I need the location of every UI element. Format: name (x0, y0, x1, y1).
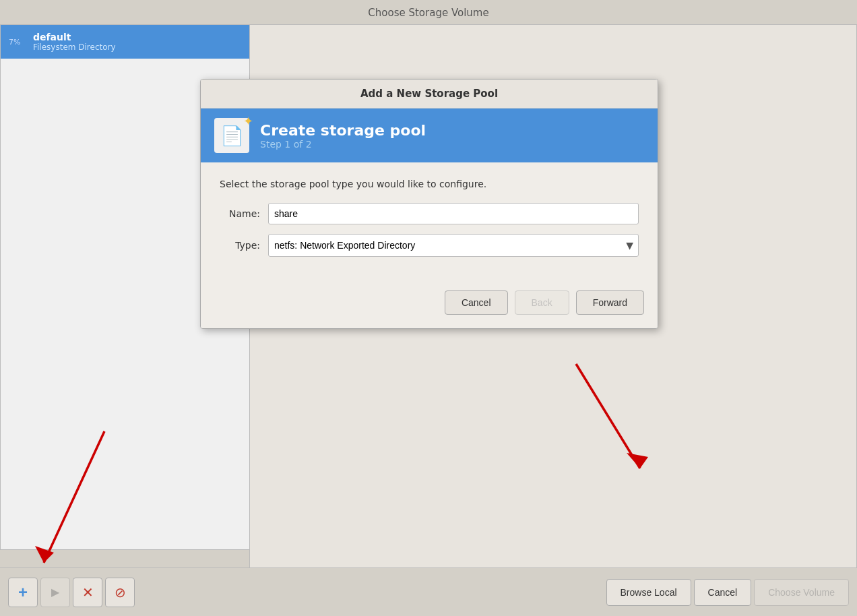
delete-pool-button[interactable]: ✕ (73, 578, 102, 607)
bottom-toolbar: + ▶ ✕ ⊘ Browse Local Cancel Choose Volum… (0, 567, 857, 616)
dialog-header: 📄 ✦ Create storage pool Step 1 of 2 (201, 109, 658, 162)
cancel-button[interactable]: Cancel (445, 290, 508, 315)
add-pool-button[interactable]: + (8, 578, 38, 607)
right-area: Add a New Storage Pool 📄 ✦ Create storag… (249, 24, 857, 611)
main-area: 7% default Filesystem Directory Add a Ne… (0, 24, 857, 611)
type-row: Type: dir: Filesystem Directory disk: Ph… (220, 234, 639, 257)
dialog-header-icon: 📄 ✦ (214, 118, 249, 153)
usage-percent: 7% (9, 38, 26, 47)
dialog-footer: Cancel Back Forward (201, 280, 658, 328)
star-icon: ✦ (243, 114, 253, 128)
stop-pool-button[interactable]: ⊘ (105, 578, 135, 607)
forward-button[interactable]: Forward (576, 290, 644, 315)
sidebar-item-type: Filesystem Directory (33, 42, 116, 52)
bottom-cancel-button[interactable]: Cancel (694, 579, 752, 606)
add-storage-pool-dialog: Add a New Storage Pool 📄 ✦ Create storag… (200, 79, 658, 329)
start-pool-button[interactable]: ▶ (40, 578, 70, 607)
dialog-body: Select the storage pool type you would l… (201, 162, 658, 280)
browse-local-button[interactable]: Browse Local (606, 579, 691, 606)
sidebar-item-default[interactable]: 7% default Filesystem Directory (1, 25, 249, 59)
add-icon: + (18, 583, 28, 602)
document-icon: 📄 (220, 125, 244, 147)
name-label: Name: (220, 208, 260, 219)
window-title: Choose Storage Volume (0, 0, 857, 24)
type-label: Type: (220, 240, 260, 251)
name-row: Name: (220, 203, 639, 224)
choose-volume-button[interactable]: Choose Volume (754, 579, 849, 606)
stop-icon: ⊘ (115, 584, 126, 600)
delete-icon: ✕ (82, 584, 94, 600)
sidebar-item-name: default (33, 32, 116, 42)
back-button[interactable]: Back (515, 290, 569, 315)
content-row: 7% default Filesystem Directory Add a Ne… (0, 24, 857, 611)
dialog-description: Select the storage pool type you would l… (220, 179, 639, 189)
play-icon: ▶ (51, 586, 59, 598)
name-input[interactable] (268, 203, 639, 224)
dialog-header-step: Step 1 of 2 (260, 139, 426, 150)
dialog-header-title: Create storage pool (260, 122, 426, 139)
type-select[interactable]: dir: Filesystem Directory disk: Physical… (268, 234, 639, 257)
dialog-title: Add a New Storage Pool (201, 80, 658, 109)
